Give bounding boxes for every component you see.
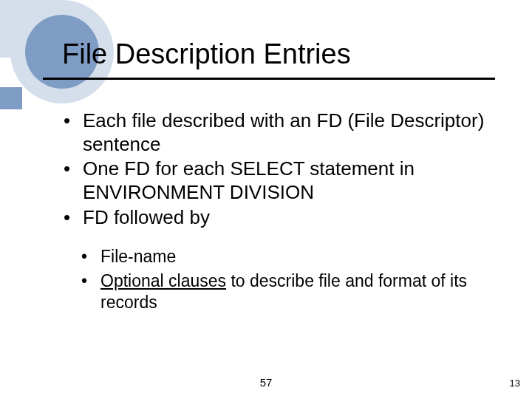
sub-bullet-item: File-name — [81, 246, 507, 267]
footer-right-number: 13 — [510, 378, 520, 389]
bullet-item: FD followed by — [64, 206, 507, 230]
slide-body: Each file described with an FD (File Des… — [64, 109, 507, 317]
sub-bullet-item: Optional clauses to describe file and fo… — [81, 270, 507, 314]
sub-bullet-underlined: Optional clauses — [100, 271, 226, 290]
footer-center-number: 57 — [0, 376, 532, 389]
bullet-text: Each file described with an FD (File Des… — [83, 109, 484, 155]
title-block: File Description Entries — [62, 38, 505, 80]
sub-bullet-text: File-name — [100, 247, 176, 266]
bullet-text: FD followed by — [83, 206, 210, 228]
bullet-item: One FD for each SELECT statement in ENVI… — [64, 157, 507, 204]
title-rule — [43, 78, 495, 80]
slide-title: File Description Entries — [62, 38, 505, 75]
bullet-item: Each file described with an FD (File Des… — [64, 109, 507, 156]
bullet-text: One FD for each SELECT statement in ENVI… — [83, 157, 415, 203]
